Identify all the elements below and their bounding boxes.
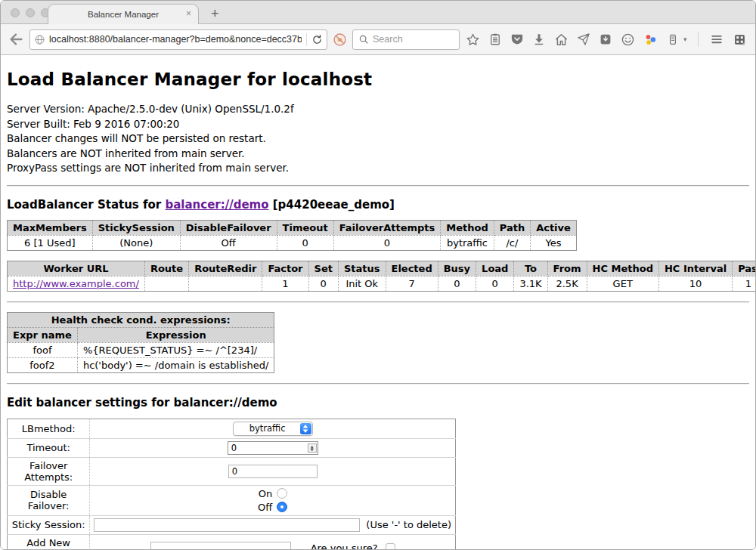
form-row-timeout: Timeout: ▲▼ — [8, 438, 456, 457]
page-title: Load Balancer Manager for localhost — [7, 70, 749, 89]
col-active: Active — [531, 220, 577, 235]
col-stickysession: StickySession — [92, 220, 180, 235]
home-button[interactable] — [554, 32, 569, 47]
timeout-input[interactable] — [228, 441, 318, 455]
inherit-notice-line: Balancers are NOT inherited from main se… — [7, 147, 749, 162]
table-row: foof2 hc('body') =~ /domain is establish… — [8, 357, 274, 372]
disable-failover-radio-on[interactable] — [277, 488, 287, 499]
disable-failover-radio-off[interactable] — [277, 502, 287, 512]
plugin-blocked-icon[interactable] — [333, 32, 347, 47]
battery-button[interactable] — [666, 32, 680, 46]
failover-attempts-input[interactable] — [228, 465, 318, 478]
hamburger-icon — [709, 32, 724, 47]
smiley-icon — [621, 32, 635, 47]
col-load: Load — [476, 261, 514, 276]
tab-close-icon[interactable]: × — [186, 9, 191, 18]
cell-expr-name: foof — [8, 342, 78, 357]
cell-route — [144, 276, 188, 291]
col-expr-name: Expr name — [8, 327, 78, 342]
form-row-lbmethod: LBmethod: bytraffic — [8, 419, 456, 438]
sticky-session-label: Sticky Session: — [8, 515, 90, 534]
col-routeredir: RouteRedir — [189, 261, 262, 276]
cell-status: Init Ok — [338, 276, 386, 291]
search-input[interactable] — [373, 34, 454, 45]
tab-title: Balancer Manager — [88, 10, 159, 19]
search-icon — [358, 34, 369, 45]
cell-set: 0 — [308, 276, 338, 291]
cell-hc-method: GET — [587, 276, 658, 291]
radio-on-label: On — [259, 488, 272, 499]
new-tab-button[interactable]: + — [211, 7, 219, 20]
cell-stickysession: (None) — [92, 235, 180, 250]
minimize-window-button[interactable] — [26, 8, 35, 17]
back-button[interactable] — [8, 31, 24, 48]
square-download-icon — [599, 32, 612, 46]
number-spinner-icon[interactable]: ▲▼ — [308, 443, 317, 453]
table-header-row: MaxMembers StickySession DisableFailover… — [8, 220, 577, 235]
cell-busy: 0 — [438, 276, 476, 291]
cell-passes: 1 (0) — [733, 276, 755, 291]
toolbar-separator — [698, 32, 699, 47]
reload-icon[interactable] — [311, 34, 323, 45]
page-content: Load Balancer Manager for localhost Serv… — [1, 55, 755, 549]
col-elected: Elected — [386, 261, 438, 276]
cell-disablefailover: Off — [180, 235, 277, 250]
add-worker-input[interactable] — [150, 542, 291, 550]
balancer-link[interactable]: balancer://demo — [165, 198, 268, 212]
cell-failoverattempts: 0 — [333, 235, 441, 250]
nav-toolbar: ▾ — [1, 24, 755, 55]
cell-hc-interval: 10 — [658, 276, 732, 291]
col-passes: Passes — [733, 261, 755, 276]
close-window-button[interactable] — [11, 8, 20, 17]
worker-url-link[interactable]: http://www.example.com/ — [13, 278, 139, 289]
paper-plane-icon — [577, 32, 590, 46]
search-bar[interactable] — [352, 29, 460, 50]
pocket-button[interactable] — [510, 32, 524, 46]
tab-balancer-manager[interactable]: Balancer Manager × — [48, 4, 199, 24]
extension-download-button[interactable] — [599, 32, 612, 46]
disable-failover-label: Disable Failover: — [8, 485, 90, 515]
downloads-button[interactable] — [532, 32, 546, 46]
bookmarks-list-button[interactable] — [488, 32, 502, 46]
window-controls — [11, 8, 50, 17]
health-table-title: Health check cond. expressions: — [8, 312, 274, 327]
send-tab-button[interactable] — [577, 32, 590, 46]
form-row-disable-failover: Disable Failover: On Off — [8, 485, 456, 515]
menu-button[interactable] — [709, 32, 724, 47]
are-you-sure-checkbox[interactable] — [386, 543, 395, 549]
cell-expression: %{REQUEST_STATUS} =~ /^[234]/ — [77, 342, 274, 357]
form-row-add-worker: Add New Worker: Are you sure? — [8, 534, 456, 549]
cell-load: 0 — [476, 276, 514, 291]
persist-notice-line: Balancer changes will NOT be persisted o… — [7, 131, 749, 147]
col-timeout: Timeout — [277, 220, 333, 235]
url-bar[interactable] — [29, 29, 327, 50]
grid-extension-button[interactable] — [733, 32, 747, 47]
download-arrow-icon — [532, 32, 546, 46]
col-status: Status — [338, 261, 386, 276]
tab-bar: Balancer Manager × + — [1, 1, 755, 24]
col-hc-method: HC Method — [587, 261, 658, 276]
lbmethod-select[interactable]: bytraffic — [233, 422, 313, 436]
cell-elected: 7 — [386, 276, 438, 291]
chevron-down-icon[interactable]: ▾ — [683, 36, 687, 43]
table-header-row: Expr name Expression — [8, 327, 274, 342]
back-arrow-icon — [8, 31, 24, 48]
col-path: Path — [494, 220, 530, 235]
col-expression: Expression — [77, 327, 274, 342]
sticky-session-hint: (Use '-' to delete) — [366, 519, 451, 530]
col-disablefailover: DisableFailover — [180, 220, 277, 235]
table-row: http://www.example.com/ 1 0 Init Ok 7 0 … — [8, 276, 756, 291]
timeout-label: Timeout: — [8, 438, 90, 457]
health-check-table: Health check cond. expressions: Expr nam… — [7, 312, 274, 373]
bookmark-star-button[interactable] — [466, 32, 480, 47]
toolbar-buttons: ▾ — [466, 32, 747, 47]
add-worker-label: Add New Worker: — [8, 534, 90, 549]
table-header-row: Worker URL Route RouteRedir Factor Set S… — [8, 261, 756, 276]
status-heading: LoadBalancer Status for balancer://demo … — [7, 198, 749, 212]
cell-routeredir — [189, 276, 262, 291]
table-row: 6 [1 Used] (None) Off 0 0 bytraffic /c/ … — [8, 235, 577, 250]
feedback-smiley-button[interactable] — [621, 32, 635, 47]
url-input[interactable] — [49, 34, 302, 45]
sticky-session-input[interactable] — [94, 518, 360, 532]
colored-dots-button[interactable] — [643, 32, 658, 47]
